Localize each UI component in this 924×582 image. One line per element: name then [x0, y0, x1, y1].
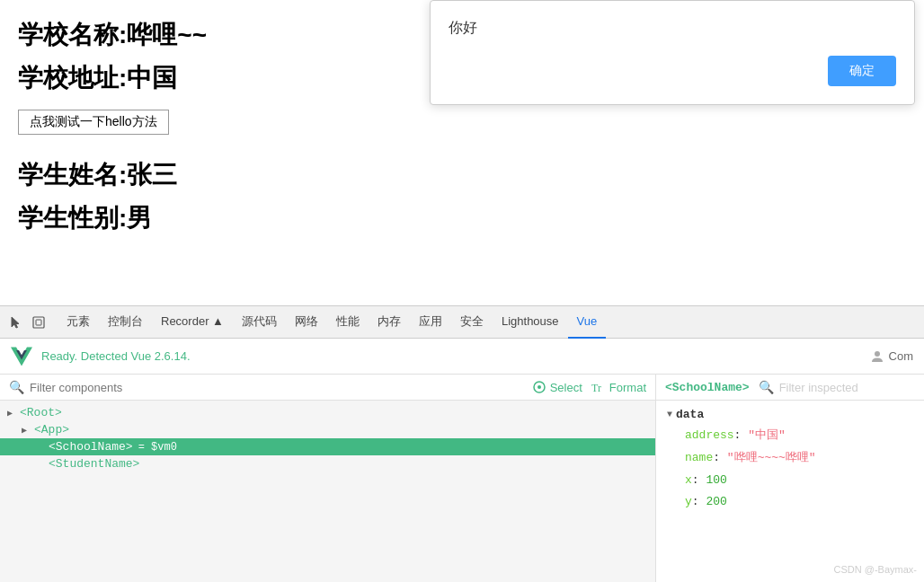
data-row: address: "中国"	[667, 427, 913, 445]
vue-component-tree-panel: 🔍 Select Tr Format	[0, 375, 656, 582]
devtab----[interactable]: 控制台	[99, 306, 152, 339]
vue-logo-icon	[11, 346, 32, 367]
vue-panel: 🔍 Select Tr Format	[0, 375, 924, 582]
dialog-box: 你好 确定	[430, 0, 915, 105]
devtab---[interactable]: 应用	[410, 306, 451, 339]
inspect-icon[interactable]	[31, 314, 47, 331]
devtab-lighthouse[interactable]: Lighthouse	[493, 306, 568, 339]
vue-inspector-panel: <SchoolName> 🔍 Filter inspected ▼ data a…	[656, 375, 924, 582]
devtab---[interactable]: 安全	[451, 306, 493, 339]
select-button[interactable]: Select	[532, 380, 582, 394]
vue-devtools: Ready. Detected Vue 2.6.14. Com 🔍	[0, 339, 924, 582]
devtools-container: 元素控制台Recorder ▲源代码网络性能内存应用安全LighthouseVu…	[0, 305, 924, 582]
select-icon	[532, 380, 546, 394]
devtab---[interactable]: 内存	[369, 306, 410, 339]
devtools-tabs: 元素控制台Recorder ▲源代码网络性能内存应用安全LighthouseVu…	[0, 306, 924, 339]
right-filter-placeholder: Filter inspected	[779, 381, 858, 394]
tree-item[interactable]: <StudentName>	[0, 455, 655, 472]
dialog-message: 你好	[449, 19, 896, 38]
vue-header: Ready. Detected Vue 2.6.14. Com	[0, 339, 924, 375]
tree-item[interactable]: ▶<App>	[0, 421, 655, 438]
devtab----[interactable]: 源代码	[233, 306, 286, 339]
data-row: x: 100	[667, 472, 913, 490]
svg-text:Tr: Tr	[591, 382, 601, 394]
inspected-component-name: <SchoolName>	[665, 381, 750, 394]
vue-component-person-label: Com	[889, 349, 913, 363]
devtab-vue[interactable]: Vue	[568, 306, 607, 339]
svg-rect-1	[36, 320, 41, 325]
student-gender-label: 学生性别:男	[18, 201, 906, 235]
format-icon: Tr	[591, 380, 606, 394]
tree-item[interactable]: ▶<Root>	[0, 404, 655, 421]
cursor-icon[interactable]	[7, 314, 23, 331]
filter-wrapper: 🔍	[9, 380, 532, 394]
dialog-confirm-button[interactable]: 确定	[828, 56, 896, 86]
data-row: name: "哗哩~~~~哗哩"	[667, 449, 913, 468]
person-icon	[869, 348, 885, 365]
vue-right-toolbar: <SchoolName> 🔍 Filter inspected	[656, 375, 924, 401]
watermark: CSDN @-Baymax-	[834, 564, 917, 575]
devtab-recorder--[interactable]: Recorder ▲	[152, 306, 233, 339]
filter-components-input[interactable]	[30, 381, 209, 394]
format-label: Format	[609, 381, 646, 394]
devtools-tab-list: 元素控制台Recorder ▲源代码网络性能内存应用安全LighthouseVu…	[58, 306, 606, 339]
data-section-header: ▼ data	[667, 408, 913, 421]
format-button[interactable]: Tr Format	[591, 380, 646, 394]
tab-icons	[7, 314, 47, 331]
svg-point-6	[538, 385, 541, 389]
devtab---[interactable]: 性能	[327, 306, 369, 339]
devtab---[interactable]: 元素	[58, 306, 99, 339]
devtab---[interactable]: 网络	[286, 306, 327, 339]
vue-left-toolbar: 🔍 Select Tr Format	[0, 375, 655, 401]
svg-point-4	[875, 351, 880, 357]
tree-item[interactable]: <SchoolName>= $vm0	[0, 438, 655, 455]
data-section-label: data	[676, 408, 704, 421]
svg-rect-0	[33, 317, 44, 328]
hello-button[interactable]: 点我测试一下hello方法	[18, 110, 169, 135]
component-tree: ▶<Root>▶<App> <SchoolName>= $vm0 <Studen…	[0, 401, 655, 582]
main-content: 学校名称:哗哩~~ 学校地址:中国 点我测试一下hello方法 学生姓名:张三 …	[0, 0, 924, 305]
student-name-label: 学生姓名:张三	[18, 158, 906, 192]
data-section-arrow: ▼	[667, 410, 672, 419]
data-panel: ▼ data address: "中国"name: "哗哩~~~~哗哩"x: 1…	[656, 401, 924, 523]
select-label: Select	[550, 381, 582, 394]
right-search-icon: 🔍	[759, 380, 774, 394]
data-rows: address: "中国"name: "哗哩~~~~哗哩"x: 100y: 20…	[667, 427, 913, 512]
data-row: y: 200	[667, 493, 913, 512]
vue-detected-text: Ready. Detected Vue 2.6.14.	[41, 349, 869, 363]
search-icon: 🔍	[9, 380, 24, 394]
